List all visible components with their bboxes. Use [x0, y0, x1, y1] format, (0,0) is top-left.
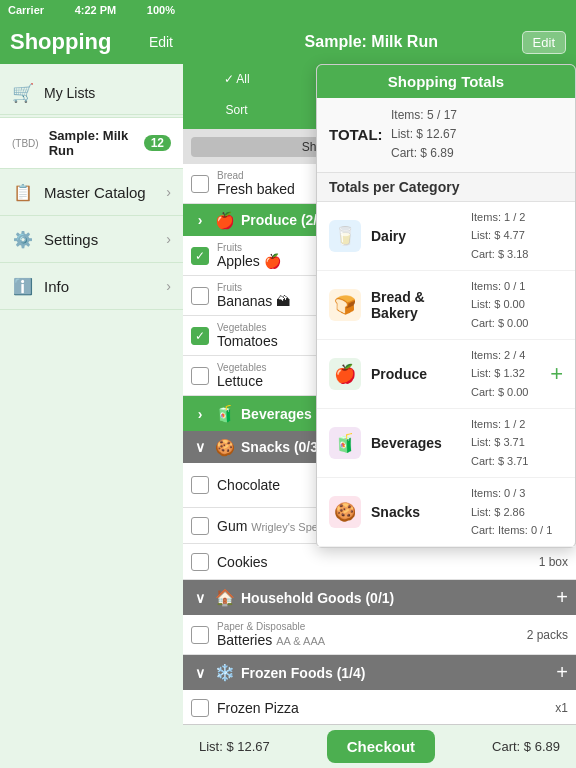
frozen-add[interactable]: + — [556, 661, 568, 684]
table-row: Cookies 1 box — [183, 544, 576, 580]
collapse-toggle-produce[interactable]: › — [191, 212, 209, 228]
main-status-bar — [183, 0, 576, 20]
frozen-category-title: Frozen Foods (1/4) — [241, 665, 550, 681]
filter-all-check[interactable]: ✓ All — [191, 68, 282, 90]
main-title: Sample: Milk Run — [221, 33, 522, 51]
cart-total: Cart: $ 6.89 — [492, 739, 560, 754]
table-row: Paper & Disposable Batteries AA & AAA 2 … — [183, 615, 576, 655]
item-checkbox[interactable] — [191, 476, 209, 494]
list-item: 🍎 Produce Items: 2 / 4 List: $ 1.32 Cart… — [317, 340, 575, 409]
item-checkbox[interactable]: ✓ — [191, 247, 209, 265]
collapse-toggle-frozen[interactable]: ∨ — [191, 665, 209, 681]
snacks-values: Items: 0 / 3 List: $ 2.86 Cart: Items: 0… — [471, 484, 552, 540]
checkout-button[interactable]: Checkout — [327, 730, 435, 763]
item-name: Batteries AA & AAA — [217, 632, 527, 648]
shopping-totals-panel: Shopping Totals TOTAL: Items: 5 / 17 Lis… — [316, 64, 576, 548]
list-item: 🍞 Bread & Bakery Items: 0 / 1 List: $ 0.… — [317, 271, 575, 340]
time: 4:22 PM — [75, 4, 117, 16]
carrier: Carrier — [8, 4, 44, 16]
item-checkbox[interactable] — [191, 287, 209, 305]
item-checkbox[interactable] — [191, 553, 209, 571]
total-items: Items: 5 / 17 — [391, 108, 457, 122]
total-list: List: $ 12.67 — [391, 127, 456, 141]
chevron-right-icon: › — [166, 278, 171, 294]
sidebar-item-settings[interactable]: ⚙️ Settings › — [0, 216, 183, 263]
master-catalog-label: Master Catalog — [44, 184, 146, 201]
snacks-overlay-icon: 🍪 — [329, 496, 361, 528]
my-lists-label: My Lists — [44, 85, 95, 101]
item-checkbox[interactable] — [191, 626, 209, 644]
dairy-values: Items: 1 / 2 List: $ 4.77 Cart: $ 3.18 — [471, 208, 529, 264]
sidebar: Carrier 4:22 PM 100% Shopping Edit 🛒 My … — [0, 0, 183, 768]
beverages-overlay-icon: 🧃 — [329, 427, 361, 459]
tbd-badge: (TBD) — [12, 138, 39, 149]
sidebar-title: Shopping — [10, 29, 111, 55]
category-header-household[interactable]: ∨ 🏠 Household Goods (0/1) + — [183, 580, 576, 615]
info-label: Info — [44, 278, 69, 295]
bread-icon: 🍞 — [329, 289, 361, 321]
beverages-icon: 🧃 — [215, 404, 235, 423]
produce-values: Items: 2 / 4 List: $ 1.32 Cart: $ 0.00 — [471, 346, 529, 402]
item-qty: 1 box — [539, 555, 568, 569]
chevron-right-icon: › — [166, 231, 171, 247]
list-total: List: $ 12.67 — [199, 739, 270, 754]
battery: 100% — [147, 4, 175, 16]
main-edit-button[interactable]: Edit — [522, 31, 566, 54]
total-values: Items: 5 / 17 List: $ 12.67 Cart: $ 6.89 — [391, 106, 457, 164]
dairy-icon: 🥛 — [329, 220, 361, 252]
info-icon: ℹ️ — [12, 275, 34, 297]
sidebar-item-info[interactable]: ℹ️ Info › — [0, 263, 183, 310]
total-label: TOTAL: — [329, 126, 379, 143]
collapse-toggle-beverages[interactable]: › — [191, 406, 209, 422]
cart-icon: 🛒 — [12, 82, 34, 104]
frozen-icon: ❄️ — [215, 663, 235, 682]
produce-plus-icon[interactable]: + — [550, 361, 563, 387]
item-checkbox[interactable] — [191, 175, 209, 193]
household-icon: 🏠 — [215, 588, 235, 607]
snacks-icon: 🍪 — [215, 438, 235, 457]
sidebar-edit-button[interactable]: Edit — [149, 34, 173, 50]
item-name: Cookies — [217, 554, 539, 570]
item-name: Frozen Pizza — [217, 700, 555, 716]
bread-values: Items: 0 / 1 List: $ 0.00 Cart: $ 0.00 — [471, 277, 529, 333]
totals-per-category-title: Totals per Category — [317, 173, 575, 202]
settings-icon: ⚙️ — [12, 228, 34, 250]
collapse-toggle-household[interactable]: ∨ — [191, 590, 209, 606]
list-item: 🥛 Dairy Items: 1 / 2 List: $ 4.77 Cart: … — [317, 202, 575, 271]
item-qty: x1 — [555, 701, 568, 715]
produce-overlay-label: Produce — [371, 366, 461, 382]
bread-label: Bread & Bakery — [371, 289, 461, 321]
item-checkbox[interactable] — [191, 517, 209, 535]
overlay-header: Shopping Totals — [317, 65, 575, 98]
household-add[interactable]: + — [556, 586, 568, 609]
list-item: 🍪 Snacks Items: 0 / 3 List: $ 2.86 Cart:… — [317, 478, 575, 547]
list-name: Sample: Milk Run — [49, 128, 136, 158]
sidebar-menu: 🛒 My Lists (TBD) Sample: Milk Run 12 📋 M… — [0, 64, 183, 768]
item-qty: 2 packs — [527, 628, 568, 642]
total-cart: Cart: $ 6.89 — [391, 146, 454, 160]
settings-label: Settings — [44, 231, 98, 248]
category-header-frozen[interactable]: ∨ ❄️ Frozen Foods (1/4) + — [183, 655, 576, 690]
master-catalog-icon: 📋 — [12, 181, 34, 203]
produce-icon: 🍎 — [215, 211, 235, 230]
item-checkbox[interactable]: ✓ — [191, 327, 209, 345]
sidebar-current-list[interactable]: (TBD) Sample: Milk Run 12 — [0, 117, 183, 169]
bottom-bar: List: $ 12.67 Checkout Cart: $ 6.89 — [183, 724, 576, 768]
overlay-total-row: TOTAL: Items: 5 / 17 List: $ 12.67 Cart:… — [317, 98, 575, 173]
sort-button[interactable]: Sort — [191, 99, 282, 121]
household-category-title: Household Goods (0/1) — [241, 590, 550, 606]
sidebar-item-master-catalog[interactable]: 📋 Master Catalog › — [0, 169, 183, 216]
dairy-label: Dairy — [371, 228, 461, 244]
item-checkbox[interactable] — [191, 367, 209, 385]
beverages-overlay-label: Beverages — [371, 435, 461, 451]
collapse-toggle-snacks[interactable]: ∨ — [191, 439, 209, 455]
snacks-overlay-label: Snacks — [371, 504, 461, 520]
status-bar: Carrier 4:22 PM 100% — [0, 0, 183, 20]
produce-overlay-icon: 🍎 — [329, 358, 361, 390]
list-item: 🧃 Beverages Items: 1 / 2 List: $ 3.71 Ca… — [317, 409, 575, 478]
chevron-right-icon: › — [166, 184, 171, 200]
list-count: 12 — [144, 135, 171, 151]
item-checkbox[interactable] — [191, 699, 209, 717]
sidebar-item-my-lists[interactable]: 🛒 My Lists — [0, 72, 183, 115]
beverages-values: Items: 1 / 2 List: $ 3.71 Cart: $ 3.71 — [471, 415, 529, 471]
